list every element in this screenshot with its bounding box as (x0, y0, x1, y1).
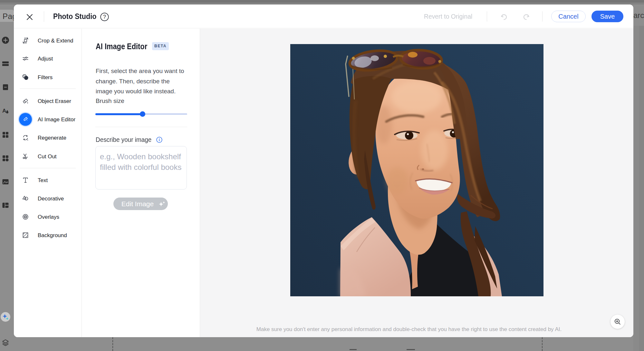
svg-text:?: ? (103, 14, 106, 20)
svg-text:A: A (2, 108, 6, 114)
